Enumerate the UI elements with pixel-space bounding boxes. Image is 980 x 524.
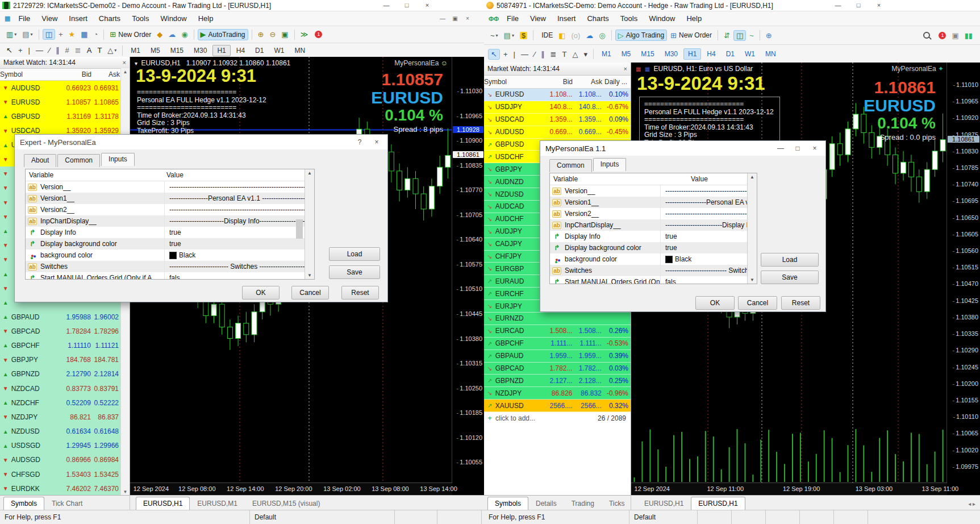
scroll-up-icon[interactable]: ▲	[123, 69, 128, 74]
symbol-row-eurusd[interactable]: ↘EURUSD1.108...1.108...0.10%	[484, 89, 631, 101]
price-scale[interactable]: 1.110301.109651.109001.108351.107701.107…	[452, 57, 484, 483]
scroll-down-icon[interactable]: ▼	[307, 273, 312, 278]
input-row-inpchartdisplay--[interactable]: abInpChartDisplay__---------------------…	[26, 215, 305, 227]
layout-windows-icon[interactable]: ▣	[949, 31, 961, 40]
panel-tab-ticks[interactable]: Ticks	[602, 497, 632, 510]
chart-tab-2[interactable]: EURUSD,M15 (visual)	[245, 497, 327, 510]
param-value[interactable]: Black	[164, 249, 305, 261]
menu-view[interactable]: View	[36, 14, 63, 23]
symbol-row-gbpcad[interactable]: ▼GBPCAD1.782841.78296	[0, 324, 121, 338]
input-row-version2--[interactable]: abVersion2__----------------------------…	[26, 204, 305, 215]
market-icon[interactable]: ◧	[556, 31, 568, 40]
text-icon[interactable]: A	[85, 45, 94, 55]
dialog-tab-about[interactable]: About	[24, 154, 56, 167]
shapes-icon[interactable]: △▾	[105, 45, 119, 55]
timeframe-H4[interactable]: H4	[702, 48, 720, 60]
chart-publisher-icon[interactable]: ☁	[166, 30, 178, 39]
menu-charts[interactable]: Charts	[581, 14, 614, 23]
symbol-row-gbpcad[interactable]: ↘GBPCAD1.782...1.782...0.03%	[484, 363, 631, 375]
terminal-icon[interactable]: ▦	[78, 30, 90, 39]
menu-view[interactable]: View	[524, 14, 552, 23]
input-row-switches[interactable]: abSwitches--------------------------- Sw…	[550, 265, 747, 276]
maximize-button[interactable]: □	[789, 144, 806, 152]
chart-tab-1[interactable]: EURUSD,H1	[691, 497, 745, 510]
chart-type-icon[interactable]: ~▾	[488, 31, 501, 40]
auto-scroll-icon[interactable]: ≫	[298, 30, 311, 39]
input-row-switches[interactable]: abSwitches-------------------------- Swi…	[26, 261, 305, 272]
input-row-version--[interactable]: abVersion__-----------------------------…	[550, 185, 747, 197]
symbol-row-gbpjpy[interactable]: ▼GBPJPY184.768184.781	[0, 353, 121, 367]
symbol-row-chfsgd[interactable]: ▼CHFSGD1.534031.53425	[0, 467, 121, 481]
dialog-tab-inputs[interactable]: Inputs	[593, 158, 627, 171]
panel-tab-symbols[interactable]: Symbols	[487, 497, 528, 510]
symbol-row-usdcad[interactable]: ↘USDCAD1.359...1.359...0.09%	[484, 114, 631, 126]
param-value[interactable]: ----------------------------------------…	[164, 181, 305, 193]
menu-window[interactable]: Window	[155, 14, 192, 23]
panel-tab-details[interactable]: Details	[528, 497, 564, 510]
horizontal-line-icon[interactable]: —	[34, 45, 45, 55]
menu-tools[interactable]: Tools	[615, 14, 643, 23]
input-row-display-info[interactable]: ↱Display Infotrue	[550, 231, 747, 242]
chat-icon[interactable]: 1	[935, 31, 948, 40]
candles-icon[interactable]: ◫	[733, 30, 746, 41]
dialog-tab-inputs[interactable]: Inputs	[101, 153, 135, 166]
param-value[interactable]: ----------------------------------------…	[660, 208, 747, 219]
load-button[interactable]: Load	[761, 253, 819, 267]
close-button[interactable]: ×	[869, 0, 889, 11]
trendline-icon[interactable]: ∕	[47, 45, 52, 55]
symbol-row-eurusd[interactable]: ▼EURUSD1.108571.10865	[0, 95, 121, 109]
line-chart-icon[interactable]: ~	[747, 31, 756, 40]
scroll-up-icon[interactable]: ▲	[307, 170, 312, 176]
mdi-restore-button[interactable]: ▣	[449, 15, 461, 22]
timeframe-MN[interactable]: MN	[761, 48, 781, 60]
menu-tools[interactable]: Tools	[126, 14, 155, 23]
panel-tab-tick-chart[interactable]: Tick Chart	[44, 497, 90, 510]
param-value[interactable]: ------------------Personal EA v1.1 -----…	[660, 197, 747, 208]
ok-button[interactable]: OK	[242, 286, 280, 300]
metaeditor-icon[interactable]: ◆	[155, 30, 165, 39]
symbol-row-gbpaud[interactable]: ▲GBPAUD1.959881.96002	[0, 310, 121, 324]
input-row-version1--[interactable]: abVersion1__------------------Personal E…	[550, 197, 747, 208]
menu-charts[interactable]: Charts	[93, 14, 126, 23]
cursor-icon[interactable]: ↖	[488, 49, 500, 60]
timeframe-M1[interactable]: M1	[597, 48, 616, 60]
param-value[interactable]: Black	[660, 253, 747, 265]
timeframe-H4[interactable]: H4	[232, 45, 249, 56]
cursor-icon[interactable]: ↖	[4, 45, 15, 55]
scroll-down-icon[interactable]: ▼	[750, 277, 754, 282]
autotrading-button[interactable]: ▶AutoTrading	[198, 29, 248, 40]
dialog-tab-common[interactable]: Common	[549, 159, 592, 172]
column-header-ask[interactable]: Ask	[573, 78, 602, 86]
panel-close-icon[interactable]: ×	[123, 59, 126, 66]
column-header-value[interactable]: Value	[687, 175, 708, 183]
trendline-icon[interactable]: ∕	[532, 49, 537, 59]
input-row-inpchartdisplay--[interactable]: abInpChartDisplay__---------------------…	[550, 219, 747, 231]
signals-icon[interactable]: (o)	[569, 31, 582, 40]
save-button[interactable]: Save	[329, 265, 380, 279]
new-order-button[interactable]: ⊞New Order	[668, 30, 714, 40]
chart-shift-icon[interactable]: ▦	[645, 66, 650, 72]
scroll-up-icon[interactable]: ▲	[750, 174, 754, 180]
strategy-tester-icon[interactable]: ◔	[91, 30, 100, 39]
symbol-row-gbpnzd[interactable]: ▲GBPNZD2.127902.12814	[0, 367, 121, 381]
input-row-version--[interactable]: abVersion__-----------------------------…	[26, 181, 305, 193]
chart-tab-1[interactable]: EURUSD,M1	[190, 497, 245, 510]
equidistant-icon[interactable]: ≣	[548, 49, 559, 59]
param-value[interactable]: true	[660, 242, 747, 253]
symbol-row-audusd[interactable]: ↘AUDUSD0.669...0.669...-0.45%	[484, 126, 631, 139]
timeframe-M5[interactable]: M5	[617, 48, 636, 60]
timeframe-H1[interactable]: H1	[683, 48, 701, 60]
timeframe-M15[interactable]: M15	[166, 45, 188, 56]
notifications-icon[interactable]: 1	[311, 30, 324, 39]
minimize-button[interactable]: —	[772, 144, 789, 152]
save-button[interactable]: Save	[761, 271, 819, 284]
param-value[interactable]: -----------------Personal EA v1.1 ------…	[164, 193, 305, 204]
indicator-window-icon[interactable]: ▤▾	[502, 31, 516, 40]
time-axis[interactable]: 12 Sep 202412 Sep 11:0012 Sep 19:0013 Se…	[631, 483, 947, 496]
tab-scroll-arrows[interactable]: ◂ ▸	[968, 501, 975, 507]
maximize-button[interactable]: □	[848, 0, 869, 11]
menu-insert[interactable]: Insert	[63, 14, 93, 23]
input-row-background-color[interactable]: ●background colorBlack	[550, 253, 747, 265]
crosshair-icon[interactable]: +	[16, 45, 25, 55]
timeframe-H1[interactable]: H1	[212, 45, 230, 56]
